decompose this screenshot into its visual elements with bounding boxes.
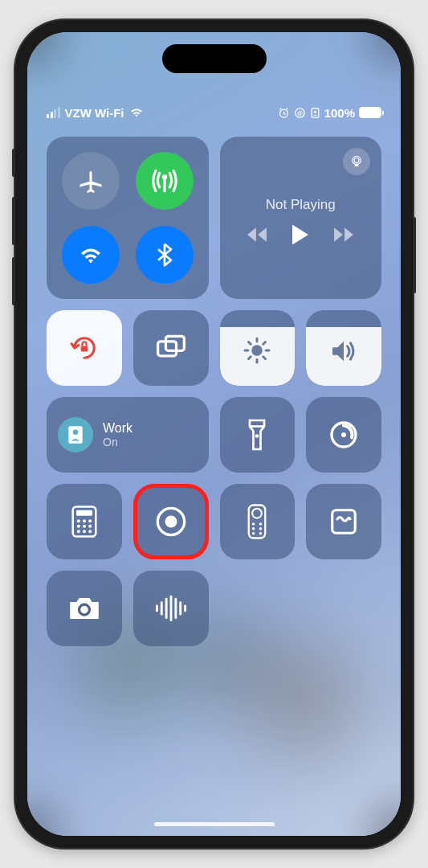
cellular-data-toggle[interactable] [136, 152, 194, 210]
signal-strength-icon [47, 107, 60, 118]
svg-point-31 [253, 509, 263, 518]
alarm-icon [278, 107, 290, 119]
media-title: Not Playing [266, 197, 336, 213]
quick-note-button[interactable] [306, 484, 381, 559]
svg-point-26 [83, 530, 86, 533]
svg-point-13 [73, 430, 79, 436]
screen-mirroring-button[interactable] [133, 310, 209, 386]
svg-point-20 [83, 519, 86, 522]
connectivity-module[interactable] [47, 137, 209, 299]
orientation-status-icon: @ [294, 107, 306, 119]
waveform-icon [153, 595, 189, 622]
svg-text:@: @ [297, 110, 303, 116]
svg-point-32 [252, 522, 255, 526]
svg-point-35 [259, 527, 263, 530]
airplane-mode-toggle[interactable] [62, 152, 120, 210]
focus-badge-icon [58, 417, 93, 452]
volume-up-button [12, 197, 15, 245]
orientation-lock-icon [67, 331, 101, 365]
timer-button[interactable] [306, 397, 381, 473]
control-center-grid: Not Playing [47, 137, 381, 646]
svg-point-14 [255, 434, 259, 438]
forward-button[interactable] [333, 226, 354, 244]
svg-point-27 [88, 530, 92, 533]
focus-label: Work [103, 421, 132, 436]
cellular-antenna-icon [149, 166, 180, 196]
battery-percent: 100% [324, 106, 355, 120]
svg-point-34 [252, 527, 255, 530]
screen: VZW Wi-Fi @ 100% [27, 32, 401, 836]
calculator-icon [71, 506, 97, 538]
battery-icon [359, 107, 381, 118]
airplane-icon [76, 166, 105, 195]
svg-point-22 [77, 525, 80, 528]
svg-point-5 [161, 174, 166, 179]
svg-point-25 [77, 530, 80, 533]
media-controls-module[interactable]: Not Playing [220, 137, 382, 299]
volume-slider[interactable] [306, 310, 381, 386]
iphone-frame: VZW Wi-Fi @ 100% [15, 20, 413, 848]
home-indicator[interactable] [154, 822, 275, 826]
screen-mirroring-icon [155, 334, 187, 362]
svg-point-24 [88, 525, 92, 528]
timer-icon [328, 419, 360, 451]
carrier-label: VZW Wi-Fi [65, 106, 124, 120]
brightness-slider[interactable] [220, 310, 296, 386]
svg-point-37 [259, 532, 263, 535]
svg-point-4 [314, 110, 316, 113]
apple-tv-remote-icon [247, 504, 267, 539]
status-bar: VZW Wi-Fi @ 100% [27, 103, 401, 122]
airplay-button[interactable] [343, 148, 370, 175]
svg-rect-30 [249, 505, 266, 538]
brightness-icon [243, 336, 271, 368]
voice-memo-button[interactable] [133, 571, 209, 646]
badge-status-icon [310, 107, 320, 119]
bluetooth-icon [152, 242, 177, 268]
rewind-button[interactable] [247, 226, 267, 244]
svg-point-19 [77, 519, 80, 522]
svg-point-29 [165, 516, 177, 528]
quick-note-icon [328, 506, 359, 537]
svg-point-33 [259, 522, 263, 526]
play-button[interactable] [290, 223, 311, 247]
wifi-toggle[interactable] [62, 226, 120, 284]
speaker-icon [328, 338, 359, 368]
wifi-icon [76, 240, 105, 269]
svg-rect-8 [81, 346, 88, 351]
svg-point-7 [354, 158, 359, 163]
focus-module[interactable]: Work On [47, 397, 209, 473]
orientation-lock-toggle[interactable] [47, 310, 122, 386]
bluetooth-toggle[interactable] [136, 226, 194, 284]
svg-point-23 [83, 525, 86, 528]
power-button [413, 217, 416, 293]
apple-tv-remote-button[interactable] [220, 484, 296, 559]
flashlight-icon [246, 418, 268, 452]
silent-switch [12, 149, 15, 177]
flashlight-button[interactable] [220, 397, 296, 473]
screen-record-button[interactable] [133, 484, 209, 559]
camera-button[interactable] [47, 571, 122, 646]
record-circle-icon [155, 506, 187, 538]
calculator-button[interactable] [47, 484, 122, 559]
wifi-icon [129, 107, 144, 118]
volume-down-button [12, 257, 15, 305]
svg-point-16 [341, 432, 346, 437]
airplay-icon [349, 154, 364, 169]
svg-rect-18 [76, 510, 92, 516]
dynamic-island [162, 44, 267, 73]
camera-icon [67, 595, 101, 622]
svg-point-21 [88, 519, 92, 522]
focus-status: On [103, 436, 132, 448]
svg-point-36 [252, 532, 255, 535]
svg-point-11 [252, 345, 263, 356]
